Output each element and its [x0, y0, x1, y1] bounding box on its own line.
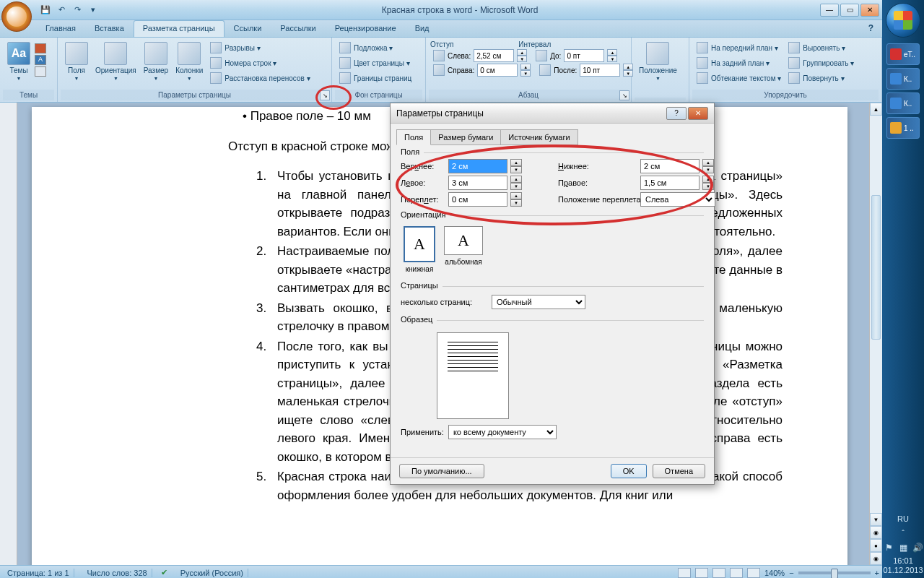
- view-full-screen[interactable]: [695, 568, 708, 578]
- spinner-down[interactable]: ▼: [510, 166, 522, 173]
- proofing-icon[interactable]: ✔: [161, 568, 167, 577]
- tab-home[interactable]: Главная: [36, 20, 85, 37]
- taskbar-item[interactable]: К..: [886, 92, 920, 114]
- hyphenation-button[interactable]: Расстановка переносов ▾: [207, 71, 313, 85]
- indent-right-input[interactable]: [477, 64, 518, 77]
- dialog-tab-paper[interactable]: Размер бумаги: [430, 129, 501, 145]
- apply-to-select[interactable]: ко всему документу: [448, 425, 557, 439]
- spinner-down[interactable]: ▼: [517, 56, 527, 62]
- portrait-option[interactable]: A книжная: [404, 226, 435, 273]
- spacing-after-input[interactable]: [580, 64, 620, 77]
- spinner-down[interactable]: ▼: [510, 183, 522, 190]
- browse-select[interactable]: ●: [870, 539, 882, 552]
- themes-button[interactable]: Aa Темы ▼: [4, 40, 33, 82]
- spinner-down[interactable]: ▼: [520, 70, 531, 77]
- spinner-up[interactable]: ▲: [520, 64, 531, 70]
- size-button[interactable]: Размер▼: [141, 40, 171, 82]
- spinner-up[interactable]: ▲: [517, 49, 527, 56]
- start-button[interactable]: [886, 3, 920, 38]
- status-language[interactable]: Русский (Россия): [176, 569, 248, 577]
- qat-customize-icon[interactable]: ▾: [87, 4, 100, 17]
- left-input[interactable]: [448, 176, 507, 190]
- spinner-down[interactable]: ▼: [510, 199, 522, 207]
- page-setup-launcher[interactable]: ↘: [320, 90, 330, 100]
- dialog-tab-margins[interactable]: Поля: [396, 129, 431, 145]
- dialog-help-button[interactable]: ?: [666, 107, 687, 120]
- bring-front-button[interactable]: На передний план ▾: [694, 40, 784, 55]
- spinner-down[interactable]: ▼: [702, 183, 714, 190]
- browse-prev[interactable]: ◉: [870, 526, 882, 539]
- theme-effects-icon[interactable]: [35, 66, 46, 77]
- system-clock[interactable]: 16:01 01.12.2013: [883, 556, 923, 575]
- right-input[interactable]: [640, 176, 699, 190]
- page-borders-button[interactable]: Границы страниц: [336, 71, 414, 85]
- tray-volume-icon[interactable]: 🔊: [912, 542, 923, 553]
- close-button[interactable]: ✕: [860, 4, 879, 17]
- dialog-titlebar[interactable]: Параметры страницы ? ✕: [391, 103, 714, 124]
- send-back-button[interactable]: На задний план ▾: [694, 56, 784, 70]
- spacing-before-input[interactable]: [564, 49, 604, 62]
- tray-expand[interactable]: ˆ: [899, 527, 907, 539]
- undo-icon[interactable]: ↶: [55, 4, 68, 17]
- breaks-button[interactable]: Разрывы ▾: [207, 40, 313, 55]
- group-button[interactable]: Группировать ▾: [785, 56, 857, 70]
- paragraph-launcher[interactable]: ↘: [619, 90, 629, 100]
- top-input[interactable]: [448, 159, 507, 173]
- columns-button[interactable]: Колонки▼: [173, 40, 206, 82]
- cancel-button[interactable]: Отмена: [653, 464, 705, 478]
- gutter-input[interactable]: [448, 192, 507, 207]
- tray-network-icon[interactable]: ▦: [897, 542, 909, 553]
- tab-insert[interactable]: Вставка: [85, 20, 134, 37]
- theme-colors-icon[interactable]: [35, 43, 46, 53]
- save-icon[interactable]: 💾: [39, 4, 52, 17]
- dialog-close-button[interactable]: ✕: [688, 107, 708, 120]
- taskbar-item[interactable]: eT..: [886, 43, 920, 65]
- spinner-up[interactable]: ▲: [510, 192, 522, 199]
- zoom-in[interactable]: +: [875, 569, 879, 577]
- indent-left-input[interactable]: [474, 49, 514, 62]
- scroll-thumb[interactable]: [871, 195, 881, 340]
- tab-review[interactable]: Рецензирование: [326, 20, 406, 37]
- tab-references[interactable]: Ссылки: [225, 20, 271, 37]
- browse-next[interactable]: ◉: [870, 552, 882, 565]
- theme-fonts-icon[interactable]: A: [35, 55, 46, 65]
- tab-view[interactable]: Вид: [406, 20, 439, 37]
- minimize-button[interactable]: —: [820, 4, 839, 17]
- spinner-up[interactable]: ▲: [607, 49, 617, 56]
- office-button[interactable]: [1, 1, 32, 32]
- scroll-track[interactable]: [870, 116, 882, 513]
- landscape-option[interactable]: A альбомная: [444, 226, 483, 273]
- scroll-up[interactable]: ▲: [870, 103, 882, 116]
- help-icon[interactable]: ?: [866, 20, 876, 37]
- rotate-button[interactable]: Повернуть ▾: [785, 71, 857, 85]
- maximize-button[interactable]: ▭: [840, 4, 859, 17]
- language-indicator[interactable]: RU: [894, 513, 912, 525]
- status-words[interactable]: Число слов: 328: [83, 569, 152, 577]
- text-wrap-button[interactable]: Обтекание текстом ▾: [694, 71, 784, 85]
- zoom-slider[interactable]: [798, 571, 871, 574]
- vertical-ruler[interactable]: [0, 103, 17, 565]
- spinner-up[interactable]: ▲: [702, 159, 714, 166]
- margins-button[interactable]: Поля▼: [62, 40, 91, 82]
- spinner-up[interactable]: ▲: [510, 176, 522, 183]
- status-page[interactable]: Страница: 1 из 1: [3, 569, 74, 577]
- scroll-down[interactable]: ▼: [870, 513, 882, 526]
- line-numbers-button[interactable]: Номера строк ▾: [207, 56, 313, 70]
- orientation-button[interactable]: Ориентация▼: [92, 40, 139, 82]
- view-print-layout[interactable]: [678, 568, 691, 578]
- align-button[interactable]: Выровнять ▾: [785, 40, 857, 55]
- position-button[interactable]: Положение▼: [636, 40, 680, 82]
- spinner-down[interactable]: ▼: [607, 56, 617, 62]
- zoom-percent[interactable]: 140%: [764, 569, 785, 577]
- gutter-pos-select[interactable]: Слева: [640, 192, 715, 207]
- spinner-up[interactable]: ▲: [510, 159, 522, 166]
- taskbar-item[interactable]: К..: [886, 68, 920, 90]
- redo-icon[interactable]: ↷: [71, 4, 84, 17]
- ok-button[interactable]: OK: [611, 464, 647, 478]
- dialog-tab-layout[interactable]: Источник бумаги: [500, 129, 578, 145]
- zoom-out[interactable]: −: [789, 569, 793, 577]
- tab-mailings[interactable]: Рассылки: [271, 20, 325, 37]
- watermark-button[interactable]: Подложка ▾: [336, 40, 414, 55]
- spinner-down[interactable]: ▼: [702, 166, 714, 173]
- tray-flag-icon[interactable]: ⚑: [883, 542, 894, 553]
